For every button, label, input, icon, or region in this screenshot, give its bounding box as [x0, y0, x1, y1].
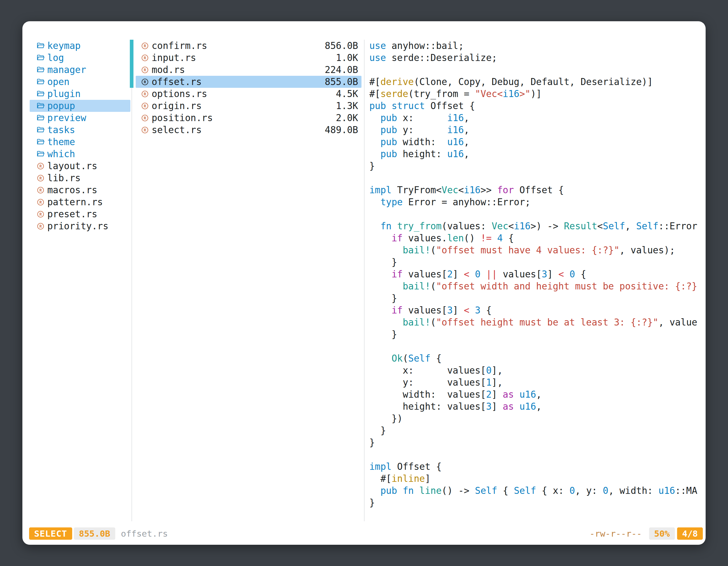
code-line: type Error = anyhow::Error; [369, 196, 701, 208]
svg-text:R: R [144, 116, 146, 120]
code-line: #[serde(try_from = "Vec<i16>")] [369, 88, 701, 100]
folder-icon [36, 138, 45, 146]
code-line: } [369, 256, 701, 268]
code-line: pub struct Offset { [369, 100, 701, 112]
parent-pane: keymap log manager open plugin popup pre… [30, 40, 130, 232]
svg-text:R: R [144, 44, 146, 48]
file-row-position-rs[interactable]: R position.rs2.0K [130, 112, 361, 124]
rust-file-icon: R [141, 102, 149, 110]
code-line: bail!("offset height must be at least 3:… [369, 316, 701, 328]
code-line: y: values[1], [369, 376, 701, 388]
status-file-name: offset.rs [121, 529, 168, 539]
dir-item-preview[interactable]: preview [30, 112, 130, 124]
svg-text:R: R [144, 92, 146, 96]
folder-icon [36, 126, 45, 134]
file-name: select.rs [152, 125, 202, 135]
code-line: pub width: u16, [369, 136, 701, 148]
rust-file-icon: R [36, 222, 45, 231]
permissions-text: -rw-r--r-- [590, 529, 642, 539]
dir-item-keymap[interactable]: keymap [30, 40, 130, 52]
code-line [369, 448, 701, 461]
item-label: priority.rs [47, 221, 109, 232]
code-line [369, 208, 701, 220]
rust-file-icon: R [141, 54, 149, 62]
file-item-lib-rs[interactable]: R lib.rs [30, 172, 130, 184]
visual-select-marker [130, 40, 133, 52]
item-label: popup [47, 100, 75, 111]
code-line: } [369, 328, 701, 340]
folder-icon [36, 90, 45, 98]
cursor-position-badge: 4/8 [677, 527, 703, 540]
code-line: width: values[2] as u16, [369, 388, 701, 400]
file-item-layout-rs[interactable]: R layout.rs [30, 160, 130, 172]
visual-select-marker [130, 52, 133, 64]
item-label: tasks [47, 125, 75, 135]
file-row-options-rs[interactable]: R options.rs4.5K [130, 88, 361, 100]
dir-item-popup[interactable]: popup [30, 100, 130, 112]
file-row-mod-rs[interactable]: R mod.rs224.0B [130, 64, 361, 76]
dir-item-open[interactable]: open [30, 76, 130, 88]
svg-text:R: R [144, 68, 146, 72]
svg-text:R: R [39, 212, 42, 217]
svg-text:R: R [39, 224, 42, 229]
item-label: layout.rs [47, 161, 97, 172]
item-label: log [47, 52, 64, 63]
code-line: use serde::Deserialize; [369, 52, 701, 64]
rust-file-icon: R [36, 174, 45, 182]
code-line: fn try_from(values: Vec<i16>) -> Result<… [369, 220, 701, 232]
visual-select-marker [130, 64, 133, 76]
item-label: preset.rs [47, 209, 97, 220]
svg-text:R: R [39, 200, 42, 205]
code-line: } [369, 424, 701, 436]
svg-text:R: R [39, 176, 42, 180]
file-name: position.rs [152, 112, 213, 123]
dir-item-tasks[interactable]: tasks [30, 124, 130, 136]
file-name: offset.rs [152, 76, 202, 87]
folder-icon [36, 114, 45, 122]
file-item-preset-rs[interactable]: R preset.rs [30, 208, 130, 220]
file-item-priority-rs[interactable]: R priority.rs [30, 220, 130, 232]
rust-file-icon: R [141, 90, 149, 98]
code-line: pub height: u16, [369, 148, 701, 160]
visual-select-marker [130, 76, 133, 88]
file-size-badge: 855.0B [74, 527, 115, 540]
item-label: preview [47, 112, 86, 123]
dir-item-manager[interactable]: manager [30, 64, 130, 76]
rust-file-icon: R [36, 186, 45, 194]
dir-item-which[interactable]: which [30, 148, 130, 160]
code-line: if values.len() != 4 { [369, 232, 701, 244]
file-size: 2.0K [336, 112, 358, 123]
visual-select-marker [130, 112, 133, 124]
file-item-pattern-rs[interactable]: R pattern.rs [30, 196, 130, 208]
dir-item-plugin[interactable]: plugin [30, 88, 130, 100]
code-line: } [369, 436, 701, 448]
file-row-origin-rs[interactable]: R origin.rs1.3K [130, 100, 361, 112]
code-line: } [369, 292, 701, 304]
pane-divider-right [364, 40, 365, 521]
code-line: bail!("offset must have 4 values: {:?}",… [369, 244, 701, 256]
item-label: macros.rs [47, 185, 97, 196]
dir-item-theme[interactable]: theme [30, 136, 130, 148]
folder-icon [36, 78, 45, 86]
item-label: theme [47, 137, 75, 147]
file-row-input-rs[interactable]: R input.rs1.0K [130, 52, 361, 64]
dir-item-log[interactable]: log [30, 52, 130, 64]
item-label: which [47, 149, 75, 159]
code-line: #[inline] [369, 473, 701, 485]
code-line: Ok(Self { [369, 352, 701, 364]
code-line: pub fn line() -> Self { Self { x: 0, y: … [369, 485, 701, 497]
file-item-macros-rs[interactable]: R macros.rs [30, 184, 130, 196]
rust-file-icon: R [141, 126, 149, 134]
code-line: x: values[0], [369, 364, 701, 376]
rust-file-icon: R [141, 114, 149, 122]
code-line: pub y: i16, [369, 124, 701, 136]
file-row-select-rs[interactable]: R select.rs489.0B [130, 124, 361, 136]
folder-icon [36, 150, 45, 158]
svg-text:R: R [144, 56, 146, 60]
rust-file-icon: R [141, 66, 149, 74]
file-size: 1.0K [336, 52, 358, 63]
file-row-confirm-rs[interactable]: R confirm.rs856.0B [130, 40, 361, 52]
preview-pane: use anyhow::bail;use serde::Deserialize;… [369, 40, 701, 521]
file-row-offset-rs[interactable]: R offset.rs855.0B [130, 76, 361, 88]
visual-select-marker [130, 100, 133, 112]
